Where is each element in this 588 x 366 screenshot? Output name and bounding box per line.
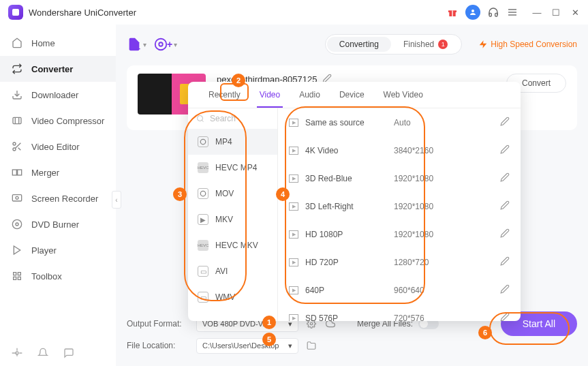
bell-icon[interactable]: [37, 347, 49, 359]
tab-converting[interactable]: Converting: [327, 37, 391, 52]
feedback-icon[interactable]: [63, 347, 75, 359]
support-icon[interactable]: [487, 6, 499, 18]
sidebar-item-label: Toolbox: [31, 271, 62, 281]
svg-point-39: [200, 191, 206, 196]
edit-preset-icon[interactable]: [500, 256, 510, 268]
minimize-button[interactable]: —: [532, 7, 542, 17]
svg-point-11: [13, 142, 16, 145]
svg-rect-2: [452, 10, 452, 16]
downloader-icon: [11, 89, 23, 101]
sidebar-item-label: Video Editor: [31, 142, 80, 152]
svg-point-36: [198, 116, 203, 121]
sidebar-item-label: Player: [31, 245, 57, 256]
user-avatar[interactable]: [465, 5, 480, 20]
svg-text:+: +: [136, 44, 140, 52]
settings-icon[interactable]: [11, 347, 23, 359]
format-item[interactable]: HEVCHEVC MP4: [188, 155, 277, 181]
sidebar-item-label: Home: [31, 38, 55, 48]
format-item[interactable]: HEVCHEVC MKV: [188, 232, 277, 258]
sidebar-item-recorder[interactable]: Screen Recorder: [0, 185, 116, 211]
svg-rect-15: [12, 170, 16, 175]
callout-1: 1: [262, 316, 276, 329]
close-button[interactable]: ✕: [570, 7, 580, 17]
preset-item[interactable]: ▶HD 720P1280*720: [278, 248, 521, 276]
recorder-icon: [11, 192, 23, 204]
format-list: Search MP4 HEVCHEVC MP4 MOV ▶MKV HEVCHEV…: [188, 108, 278, 321]
sidebar-item-converter[interactable]: Converter: [0, 56, 116, 82]
preset-icon: ▶: [289, 119, 298, 127]
preset-item[interactable]: ▶640P960*640: [278, 276, 521, 304]
edit-preset-icon[interactable]: [500, 284, 510, 296]
sidebar-item-label: Video Compressor: [31, 116, 104, 126]
sidebar-item-merger[interactable]: Merger: [0, 159, 116, 185]
sidebar: Home Converter Downloader Video Compress…: [0, 25, 116, 366]
svg-point-12: [13, 148, 16, 151]
sidebar-item-home[interactable]: Home: [0, 30, 116, 56]
gift-icon[interactable]: [446, 6, 459, 18]
preset-item[interactable]: ▶4K Video3840*2160: [278, 136, 521, 164]
file-location-label: File Location:: [127, 341, 189, 350]
svg-point-28: [155, 39, 167, 50]
svg-point-29: [159, 42, 163, 46]
app-title: Wondershare UniConverter: [29, 7, 136, 18]
dd-tab-device[interactable]: Device: [330, 82, 374, 108]
preset-item[interactable]: ▶SD 576P720*576: [278, 304, 521, 321]
dd-tab-webvideo[interactable]: Web Video: [374, 82, 433, 108]
preset-item[interactable]: ▶Same as sourceAuto: [278, 108, 521, 136]
edit-preset-icon[interactable]: [500, 117, 510, 128]
preset-item[interactable]: ▶3D Left-Right1920*1080: [278, 192, 521, 220]
svg-rect-23: [18, 273, 20, 275]
maximize-button[interactable]: ☐: [551, 7, 561, 17]
edit-preset-icon[interactable]: [500, 312, 510, 321]
preset-item[interactable]: ▶HD 1080P1920*1080: [278, 220, 521, 248]
preset-item[interactable]: ▶3D Red-Blue1920*1080: [278, 164, 521, 192]
editor-icon: [11, 140, 23, 153]
format-item[interactable]: ▶MKV: [188, 207, 277, 232]
svg-rect-8: [13, 117, 21, 123]
format-icon: [198, 188, 208, 199]
sidebar-collapse-handle[interactable]: ‹: [112, 191, 121, 209]
high-speed-link[interactable]: High Speed Conversion: [478, 40, 577, 49]
svg-rect-24: [14, 277, 16, 279]
format-item[interactable]: ▭AVI: [188, 258, 277, 284]
file-location-select[interactable]: C:\Users\User\Desktop ▾: [196, 338, 298, 354]
sidebar-item-downloader[interactable]: Downloader: [0, 82, 116, 108]
preset-icon: ▶: [289, 314, 298, 322]
format-icon: ▶: [198, 214, 208, 225]
svg-point-19: [12, 219, 21, 228]
edit-preset-icon[interactable]: [500, 144, 510, 156]
sidebar-item-toolbox[interactable]: Toolbox: [0, 263, 116, 289]
svg-rect-22: [14, 273, 16, 275]
callout-6: 6: [478, 326, 492, 339]
menu-icon[interactable]: [506, 6, 519, 18]
dd-tab-audio[interactable]: Audio: [290, 82, 330, 108]
player-icon: [11, 244, 23, 256]
svg-line-37: [202, 120, 203, 121]
svg-point-20: [16, 223, 18, 226]
sidebar-item-label: DVD Burner: [31, 219, 79, 230]
folder-icon[interactable]: [305, 339, 318, 352]
sidebar-item-compressor[interactable]: Video Compressor: [0, 108, 116, 134]
edit-preset-icon[interactable]: [500, 228, 510, 240]
preset-list: ▶Same as sourceAuto ▶4K Video3840*2160 ▶…: [278, 108, 521, 321]
format-item[interactable]: MP4: [188, 129, 277, 155]
format-dropdown: Recently Video Audio Device Web Video Se…: [188, 82, 521, 321]
converter-icon: [11, 63, 23, 75]
format-icon: HEVC: [198, 162, 208, 173]
sidebar-item-burner[interactable]: DVD Burner: [0, 211, 116, 237]
add-file-button[interactable]: + ▾: [127, 37, 146, 52]
format-item[interactable]: ▭WMV: [188, 284, 277, 310]
tab-finished[interactable]: Finished1: [391, 37, 460, 52]
add-dvd-button[interactable]: + ▾: [153, 37, 177, 52]
edit-preset-icon[interactable]: [500, 200, 510, 212]
chevron-down-icon: ▾: [288, 341, 292, 350]
svg-rect-16: [18, 170, 22, 175]
sidebar-item-player[interactable]: Player: [0, 237, 116, 263]
edit-preset-icon[interactable]: [500, 172, 510, 184]
format-search[interactable]: Search: [188, 108, 277, 129]
toolbox-icon: [11, 270, 23, 282]
dd-tab-video[interactable]: Video: [250, 82, 290, 108]
callout-3: 3: [173, 187, 187, 201]
format-item[interactable]: MOV: [188, 181, 277, 207]
sidebar-item-editor[interactable]: Video Editor: [0, 134, 116, 159]
